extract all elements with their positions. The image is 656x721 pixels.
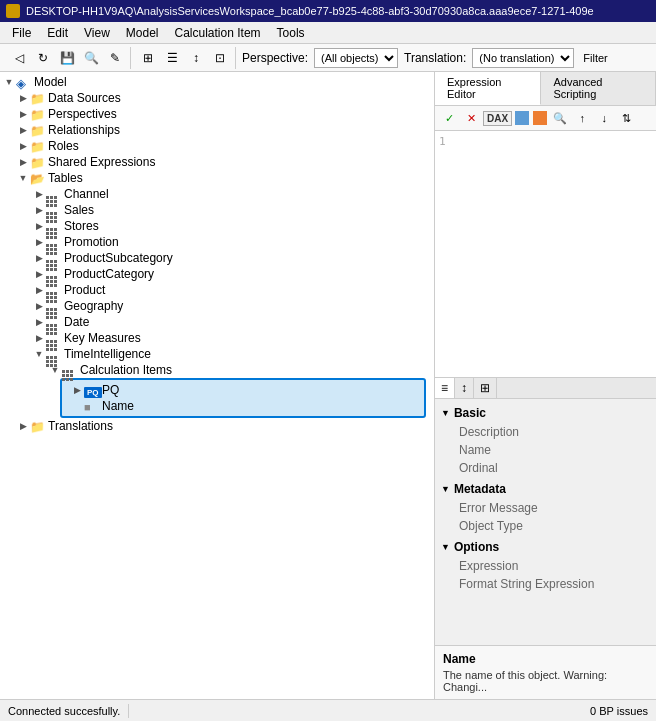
tree-model-root[interactable]: ▼ ◈ Model <box>0 74 434 90</box>
prop-object-type: Object Type <box>435 517 656 535</box>
title-text: DESKTOP-HH1V9AQ\AnalysisServicesWorkspac… <box>26 5 594 17</box>
toolbar-nav-group: ◁ ↻ 💾 🔍 ✎ <box>4 47 131 69</box>
tree-date[interactable]: ▶ Date <box>0 314 434 330</box>
tree-roles[interactable]: ▶ 📁 Roles <box>0 138 434 154</box>
prop-format-string: Format String Expression <box>435 575 656 593</box>
product-category-label: ProductCategory <box>64 267 154 281</box>
editor-color1-btn[interactable] <box>515 111 529 125</box>
tree-calc-items[interactable]: ▼ Calculation Items <box>0 362 434 378</box>
toolbar-explore-btn[interactable]: 🔍 <box>80 47 102 69</box>
promotion-table-icon <box>46 236 62 250</box>
filter-btn[interactable]: Filter <box>576 47 614 69</box>
relationships-arrow: ▶ <box>16 125 30 135</box>
tree-channel[interactable]: ▶ Channel <box>0 186 434 202</box>
tree-name-item[interactable]: ▶ ■ Name <box>66 398 420 414</box>
toolbar-diagram-btn[interactable]: ⊞ <box>137 47 159 69</box>
toolbar-edit-btn[interactable]: ✎ <box>104 47 126 69</box>
calc-items-label: Calculation Items <box>80 363 172 377</box>
toolbar-list-btn[interactable]: ☰ <box>161 47 183 69</box>
menu-model[interactable]: Model <box>118 24 167 42</box>
prop-tab-grid[interactable]: ⊞ <box>474 378 497 398</box>
tree-tables[interactable]: ▼ 📂 Tables <box>0 170 434 186</box>
menu-bar: File Edit View Model Calculation Item To… <box>0 22 656 44</box>
prop-description: Description <box>435 423 656 441</box>
menu-edit[interactable]: Edit <box>39 24 76 42</box>
geography-arrow: ▶ <box>32 301 46 311</box>
date-table-icon <box>46 316 62 330</box>
prop-section-metadata: ▼ Metadata Error Message Object Type <box>435 479 656 535</box>
tree-product[interactable]: ▶ Product <box>0 282 434 298</box>
toolbar-save-btn[interactable]: 💾 <box>56 47 78 69</box>
menu-file[interactable]: File <box>4 24 39 42</box>
editor-cancel-btn[interactable]: ✕ <box>461 108 481 128</box>
tree-translations[interactable]: ▶ 📁 Translations <box>0 418 434 434</box>
product-category-table-icon <box>46 268 62 282</box>
perspective-dropdown[interactable]: (All objects) <box>314 48 398 68</box>
prop-tab-sort[interactable]: ↕ <box>455 378 474 398</box>
title-bar: DESKTOP-HH1V9AQ\AnalysisServicesWorkspac… <box>0 0 656 22</box>
menu-tools[interactable]: Tools <box>269 24 313 42</box>
tree-sales[interactable]: ▶ Sales <box>0 202 434 218</box>
main-toolbar: ◁ ↻ 💾 🔍 ✎ ⊞ ☰ ↕ ⊡ Perspective: (All obje… <box>0 44 656 72</box>
prop-section-metadata-header[interactable]: ▼ Metadata <box>435 479 656 499</box>
tree-key-measures[interactable]: ▶ Key Measures <box>0 330 434 346</box>
product-subcategory-table-icon <box>46 252 62 266</box>
promotion-arrow: ▶ <box>32 237 46 247</box>
tree-perspectives[interactable]: ▶ 📁 Perspectives <box>0 106 434 122</box>
translation-dropdown[interactable]: (No translation) <box>472 48 574 68</box>
promotion-label: Promotion <box>64 235 119 249</box>
pq-icon: PQ <box>84 384 100 398</box>
tree-promotion[interactable]: ▶ Promotion <box>0 234 434 250</box>
selection-box: ▶ PQ PQ ▶ ■ Name <box>60 378 426 418</box>
roles-label: Roles <box>48 139 79 153</box>
menu-calculation-item[interactable]: Calculation Item <box>167 24 269 42</box>
tree-time-intelligence[interactable]: ▼ TimeIntelligence <box>0 346 434 362</box>
options-section-title: Options <box>454 540 499 554</box>
tree-stores[interactable]: ▶ Stores <box>0 218 434 234</box>
tree-pq-item[interactable]: ▶ PQ PQ <box>66 382 420 398</box>
tree-product-subcategory[interactable]: ▶ ProductSubcategory <box>0 250 434 266</box>
prop-section-options-header[interactable]: ▼ Options <box>435 537 656 557</box>
status-left: Connected succesfully. <box>8 705 120 717</box>
toolbar-sort-btn[interactable]: ↕ <box>185 47 207 69</box>
menu-view[interactable]: View <box>76 24 118 42</box>
relationships-icon: 📁 <box>30 124 46 138</box>
editor-sort1-btn[interactable]: ↑ <box>572 108 592 128</box>
prop-section-basic-header[interactable]: ▼ Basic <box>435 403 656 423</box>
basic-section-arrow: ▼ <box>441 408 450 418</box>
tree-product-category[interactable]: ▶ ProductCategory <box>0 266 434 282</box>
prop-tab-list[interactable]: ≡ <box>435 378 455 398</box>
tree-shared-expressions[interactable]: ▶ 📁 Shared Expressions <box>0 154 434 170</box>
toolbar-back-btn[interactable]: ◁ <box>8 47 30 69</box>
toolbar-show-btn[interactable]: ⊡ <box>209 47 231 69</box>
pq-label: PQ <box>102 383 119 397</box>
shared-expressions-label: Shared Expressions <box>48 155 155 169</box>
status-bar: Connected succesfully. 0 BP issues <box>0 699 656 721</box>
translations-label: Translations <box>48 419 113 433</box>
options-section-arrow: ▼ <box>441 542 450 552</box>
tab-advanced-scripting[interactable]: Advanced Scripting <box>541 72 656 105</box>
translation-label: Translation: <box>404 51 466 65</box>
main-container: ▼ ◈ Model ▶ 📁 Data Sources ▶ 📁 Perspecti… <box>0 72 656 699</box>
perspective-label: Perspective: <box>242 51 308 65</box>
product-subcategory-label: ProductSubcategory <box>64 251 173 265</box>
channel-table-icon <box>46 188 62 202</box>
editor-sort3-btn[interactable]: ⇅ <box>616 108 636 128</box>
time-intelligence-arrow: ▼ <box>32 349 46 359</box>
product-label: Product <box>64 283 105 297</box>
editor-area[interactable]: 1 <box>435 131 656 378</box>
sales-table-icon <box>46 204 62 218</box>
tree-relationships[interactable]: ▶ 📁 Relationships <box>0 122 434 138</box>
editor-search-btn[interactable]: 🔍 <box>550 108 570 128</box>
model-label: Model <box>34 75 67 89</box>
tab-expression-editor[interactable]: Expression Editor <box>435 72 541 105</box>
editor-color2-btn[interactable] <box>533 111 547 125</box>
model-icon: ◈ <box>16 76 32 90</box>
toolbar-refresh-btn[interactable]: ↻ <box>32 47 54 69</box>
properties-panel: ▼ Basic Description Name Ordinal ▼ Metad… <box>435 399 656 645</box>
tree-data-sources[interactable]: ▶ 📁 Data Sources <box>0 90 434 106</box>
tree-geography[interactable]: ▶ Geography <box>0 298 434 314</box>
editor-check-btn[interactable]: ✓ <box>439 108 459 128</box>
editor-sort2-btn[interactable]: ↓ <box>594 108 614 128</box>
dax-badge: DAX <box>483 111 512 126</box>
